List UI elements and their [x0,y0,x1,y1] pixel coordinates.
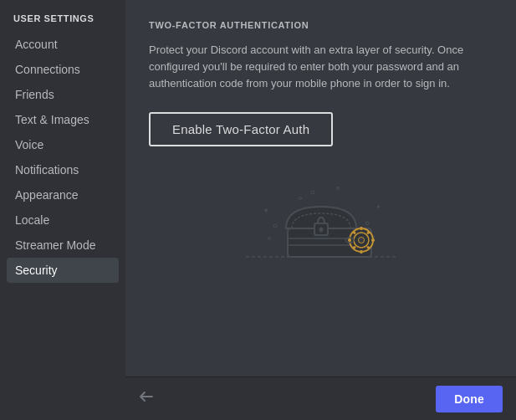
svg-rect-12 [320,229,322,233]
sidebar-item-label: Appearance [15,188,79,202]
svg-point-1 [273,224,277,228]
section-title: TWO-FACTOR AUTHENTICATION [149,20,493,30]
sidebar-item-label: Security [15,264,58,277]
description-text: Protect your Discord account with an ext… [149,42,493,92]
sidebar-item-appearance[interactable]: Appearance [7,182,119,207]
svg-rect-16 [360,250,362,254]
svg-point-5 [311,191,314,194]
svg-point-6 [336,187,339,190]
sidebar-item-security[interactable]: Security [7,258,119,283]
sidebar-item-voice[interactable]: Voice [7,132,119,157]
svg-text:✦: ✦ [263,206,269,215]
chest-illustration: ✦ ✦ · [149,146,493,280]
sidebar-item-label: Account [15,38,58,51]
svg-text:·: · [279,249,281,254]
sidebar-item-label: Voice [15,138,43,151]
chest-svg-icon: ✦ ✦ · [229,163,413,272]
svg-point-7 [299,197,301,200]
sidebar-item-label: Locale [15,213,49,227]
svg-rect-15 [360,227,362,230]
sidebar-item-text-images[interactable]: Text & Images [7,107,119,132]
svg-point-3 [365,222,369,225]
content-area: TWO-FACTOR AUTHENTICATION Protect your D… [125,0,516,376]
sidebar-item-connections[interactable]: Connections [7,57,119,82]
sidebar: USER SETTINGS Account Connections Friend… [0,0,125,420]
svg-rect-18 [371,239,375,242]
sidebar-item-account[interactable]: Account [7,32,119,57]
back-icon[interactable] [139,389,154,408]
sidebar-item-label: Text & Images [15,113,89,126]
svg-text:✦: ✦ [376,203,381,211]
footer: Done [125,376,516,420]
sidebar-item-locale[interactable]: Locale [7,207,119,233]
svg-point-23 [358,238,364,243]
done-button[interactable]: Done [436,386,503,412]
enable-2fa-button[interactable]: Enable Two-Factor Auth [149,112,333,146]
sidebar-item-label: Streamer Mode [15,238,95,252]
sidebar-item-friends[interactable]: Friends [7,82,119,107]
sidebar-item-label: Friends [15,88,54,101]
sidebar-item-label: Notifications [15,163,79,177]
sidebar-item-streamer-mode[interactable]: Streamer Mode [7,233,119,258]
main-panel: TWO-FACTOR AUTHENTICATION Protect your D… [125,0,516,420]
svg-rect-17 [348,239,351,242]
sidebar-title: USER SETTINGS [7,13,119,32]
sidebar-item-notifications[interactable]: Notifications [7,157,119,182]
sidebar-item-label: Connections [15,63,80,76]
svg-point-2 [268,238,270,240]
